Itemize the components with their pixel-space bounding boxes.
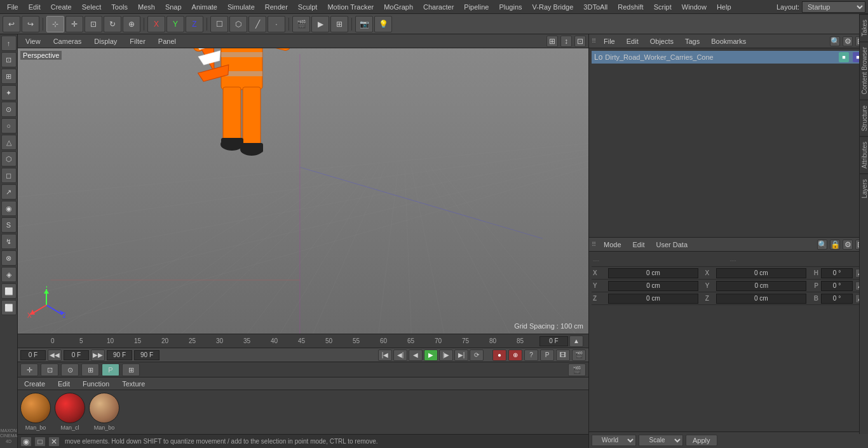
object-mode-button[interactable]: ☐ bbox=[210, 16, 228, 32]
move-tool[interactable]: ✛ bbox=[65, 16, 83, 32]
menu-item-tools[interactable]: Tools bbox=[107, 2, 132, 12]
attr-y-pos[interactable] bbox=[608, 281, 698, 291]
menu-item-select[interactable]: Select bbox=[78, 2, 106, 12]
viewport-tab-display[interactable]: Display bbox=[89, 36, 122, 46]
sidebar-btn-15[interactable]: ◈ bbox=[1, 267, 17, 282]
current-frame[interactable] bbox=[64, 350, 89, 360]
go-start-button[interactable]: |◀ bbox=[378, 350, 392, 361]
menu-item-animate[interactable]: Animate bbox=[187, 2, 222, 12]
scale-tool[interactable]: ⊡ bbox=[85, 16, 102, 32]
menu-item-3dtoall[interactable]: 3DToAll bbox=[579, 2, 612, 12]
objects-content[interactable]: Lo Dirty_Road_Worker_Carries_Cone ■ ■ bbox=[589, 48, 868, 237]
autokey-button[interactable]: ⊕ bbox=[508, 350, 522, 361]
right-tab-takes[interactable]: Takes bbox=[860, 14, 868, 41]
polygon-mode-button[interactable]: ⬡ bbox=[229, 16, 247, 32]
mat-tab-edit[interactable]: Edit bbox=[54, 379, 74, 389]
playback-step[interactable]: ▶▶ bbox=[91, 350, 105, 361]
sidebar-btn-4[interactable]: ✦ bbox=[1, 85, 17, 100]
menu-item-v-ray-bridge[interactable]: V-Ray Bridge bbox=[528, 2, 578, 12]
right-tab-structure[interactable]: Structure bbox=[860, 100, 868, 137]
viewport-tab-panel[interactable]: Panel bbox=[153, 36, 181, 46]
attr-menu-mode[interactable]: Mode bbox=[600, 240, 625, 250]
sidebar-btn-17[interactable]: ⬜ bbox=[1, 300, 17, 315]
motion-record[interactable]: P bbox=[540, 350, 554, 361]
tl-rotate-btn[interactable]: ⊙ bbox=[61, 363, 79, 376]
record-button[interactable]: ● bbox=[492, 350, 506, 361]
sidebar-btn-14[interactable]: ⊗ bbox=[1, 250, 17, 266]
attr-lock-btn[interactable]: 🔒 bbox=[830, 240, 840, 250]
menu-item-mograph[interactable]: MoGraph bbox=[379, 2, 417, 12]
axis-z-button[interactable]: Z bbox=[186, 16, 203, 32]
mat-tab-texture[interactable]: Texture bbox=[118, 379, 149, 389]
start-frame[interactable] bbox=[20, 350, 46, 360]
material-item-3[interactable]: Man_bo bbox=[89, 393, 119, 431]
rotate-tool[interactable]: ↻ bbox=[104, 16, 121, 32]
tl-move-btn[interactable]: ✛ bbox=[20, 363, 38, 376]
obj-menu-bookmarks[interactable]: Bookmarks bbox=[707, 36, 750, 46]
viewport-tab-view[interactable]: View bbox=[20, 36, 46, 46]
play-back-button[interactable]: ◀ bbox=[409, 350, 423, 361]
scale-dropdown[interactable]: Scale None bbox=[639, 435, 683, 446]
viewport-tab-filter[interactable]: Filter bbox=[125, 36, 150, 46]
attr-settings-btn[interactable]: ⚙ bbox=[843, 240, 853, 250]
sidebar-btn-7[interactable]: △ bbox=[1, 135, 17, 150]
apply-button[interactable]: Apply bbox=[686, 435, 717, 446]
right-tab-attributes[interactable]: Attributes bbox=[860, 136, 868, 173]
tl-grid-btn[interactable]: ⊞ bbox=[122, 363, 140, 376]
loop-button[interactable]: ⟳ bbox=[470, 350, 484, 361]
edge-mode-button[interactable]: ╱ bbox=[248, 16, 266, 32]
go-end-button[interactable]: ▶| bbox=[454, 350, 468, 361]
menu-item-plugins[interactable]: Plugins bbox=[494, 2, 526, 12]
obj-menu-tags[interactable]: Tags bbox=[681, 36, 703, 46]
viewport-tab-cameras[interactable]: Cameras bbox=[48, 36, 87, 46]
redo-button[interactable]: ↪ bbox=[22, 16, 39, 32]
play-forward-button[interactable]: ▶ bbox=[424, 350, 438, 361]
material-item-1[interactable]: Man_bo bbox=[20, 393, 51, 431]
filmstrip-button[interactable]: 🎞 bbox=[556, 350, 570, 361]
obj-menu-edit[interactable]: Edit bbox=[623, 36, 642, 46]
render-region[interactable]: ⊞ bbox=[330, 16, 348, 32]
vp-icon-3[interactable]: ⊡ bbox=[574, 36, 586, 47]
obj-menu-file[interactable]: File bbox=[600, 36, 619, 46]
obj-menu-objects[interactable]: Objects bbox=[646, 36, 677, 46]
obj-settings-btn[interactable]: ⚙ bbox=[843, 36, 853, 46]
render-to-picture-viewer[interactable]: 🎬 bbox=[292, 16, 310, 32]
menu-item-help[interactable]: Help bbox=[712, 2, 736, 12]
render-active-view[interactable]: ▶ bbox=[311, 16, 329, 32]
transform-tool[interactable]: ⊕ bbox=[123, 16, 140, 32]
keyframe-button[interactable]: ? bbox=[524, 350, 538, 361]
sidebar-btn-8[interactable]: ⬡ bbox=[1, 151, 17, 166]
attr-menu-userdata[interactable]: User Data bbox=[653, 240, 692, 250]
attr-x-pos[interactable] bbox=[608, 268, 698, 278]
world-dropdown[interactable]: World Object Local bbox=[592, 435, 636, 446]
material-item-2[interactable]: Man_cl bbox=[55, 393, 85, 431]
tl-filmstrip[interactable]: 🎬 bbox=[568, 363, 586, 376]
viewport[interactable]: View Cameras Display Filter Panel ⊞ ↕ ⊡ … bbox=[18, 34, 588, 334]
sidebar-btn-6[interactable]: ○ bbox=[1, 118, 17, 133]
layout-dropdown[interactable]: Startup Standard Animate bbox=[802, 1, 865, 13]
attr-h-val[interactable] bbox=[821, 268, 853, 278]
right-tab-layers[interactable]: Layers bbox=[860, 173, 868, 203]
menu-item-sculpt[interactable]: Sculpt bbox=[294, 2, 322, 12]
viewport-canvas[interactable]: Perspective bbox=[18, 48, 588, 334]
step-forward-button[interactable]: |▶ bbox=[439, 350, 453, 361]
attr-b-val[interactable] bbox=[821, 294, 853, 304]
tl-snap-btn[interactable]: ⊞ bbox=[81, 363, 99, 376]
light-button[interactable]: 💡 bbox=[374, 16, 392, 32]
axis-x-button[interactable]: X bbox=[147, 16, 165, 32]
sidebar-btn-1[interactable]: ↑ bbox=[1, 36, 17, 51]
menu-item-edit[interactable]: Edit bbox=[24, 2, 45, 12]
sidebar-btn-16[interactable]: ⬜ bbox=[1, 283, 17, 299]
tl-scale-btn[interactable]: ⊡ bbox=[41, 363, 58, 376]
sidebar-btn-3[interactable]: ⊞ bbox=[1, 69, 17, 84]
sidebar-btn-10[interactable]: ↗ bbox=[1, 184, 17, 200]
menu-item-character[interactable]: Character bbox=[419, 2, 458, 12]
sidebar-btn-2[interactable]: ⊡ bbox=[1, 52, 17, 67]
menu-item-render[interactable]: Render bbox=[261, 2, 292, 12]
mat-tab-create[interactable]: Create bbox=[20, 379, 49, 389]
menu-item-create[interactable]: Create bbox=[46, 2, 76, 12]
end-frame2[interactable] bbox=[134, 350, 159, 360]
attr-x-rot[interactable] bbox=[716, 268, 806, 278]
menu-item-pipeline[interactable]: Pipeline bbox=[459, 2, 493, 12]
vp-icon-2[interactable]: ↕ bbox=[560, 36, 572, 47]
